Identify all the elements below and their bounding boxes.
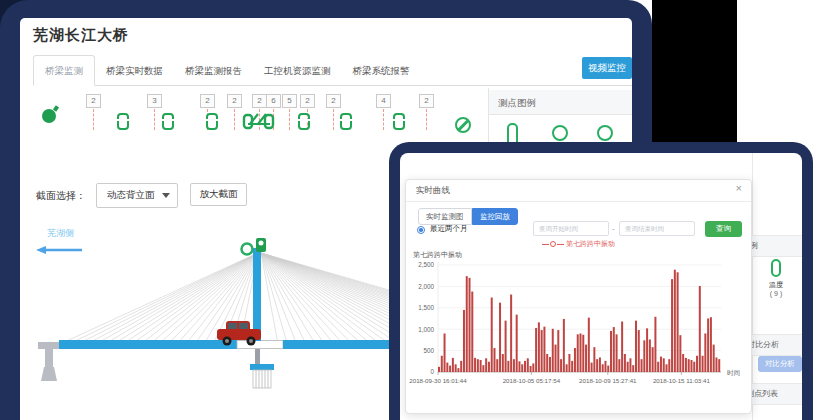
sensor-count-badge: 2 [252, 94, 267, 108]
dialog-titlebar [406, 180, 751, 202]
sensor-count-badge: 2 [200, 94, 215, 108]
bridge-deck-left [59, 340, 237, 349]
link-sensor-icon[interactable] [340, 113, 352, 130]
temperature-legend-item[interactable]: 温度 ( 9 ) [756, 259, 796, 298]
chart-legend: 第七跨跨中振动 [406, 239, 751, 249]
recent-two-months-radio[interactable] [417, 226, 425, 234]
sensor-count-badge: 2 [419, 94, 434, 108]
compare-section-header: 对比分析 [752, 334, 802, 356]
no-entry-sensor-icon[interactable] [455, 117, 471, 133]
sensor-count-badge: 2 [300, 94, 315, 108]
stopwatch-sensor-icon[interactable] [42, 109, 56, 123]
svg-text:2018-09-30 16:01:44: 2018-09-30 16:01:44 [409, 377, 467, 384]
svg-text:1,500: 1,500 [418, 304, 434, 311]
link-sensor-icon[interactable] [206, 113, 218, 130]
enlarge-section-button[interactable]: 放大截面 [190, 183, 247, 206]
sensor-dash-line [333, 109, 334, 130]
link-sensor-icon[interactable] [393, 113, 405, 130]
sensor-dash-line [289, 109, 290, 130]
circle-legend-icon[interactable] [552, 125, 568, 141]
svg-text:时间: 时间 [727, 369, 740, 377]
black-region [652, 0, 737, 143]
point-list-section-header: 测点列表 [752, 383, 802, 405]
legend-panel-header: 测点图例 [489, 90, 632, 115]
sensor-count-badge: 4 [376, 94, 391, 108]
bridge-left-pier [38, 342, 60, 381]
circle-legend-icon[interactable] [597, 125, 613, 141]
close-icon[interactable]: × [736, 183, 742, 194]
bridge-deck-gap [237, 341, 283, 349]
sensor-dash-line [383, 109, 384, 130]
recent-two-months-label: 最近两个月 [430, 224, 468, 234]
link-sensor-icon[interactable] [298, 113, 310, 130]
tab-realtime-data[interactable]: 桥梁实时数据 [95, 56, 174, 85]
video-monitor-button[interactable]: 视频监控 [582, 57, 632, 79]
section-select-value: 动态背立面 [107, 189, 155, 202]
tab-system-alarm[interactable]: 桥梁系统报警 [342, 56, 421, 85]
svg-text:2018-10-05 05:17:54: 2018-10-05 05:17:54 [503, 377, 561, 384]
dialog-window: 测点图例 温度 ( 9 ) 对比分析 对比分析 测点列表 实时曲线 × 实时监测… [400, 153, 802, 420]
sensor-count-badge: 6 [266, 94, 281, 108]
realtime-curve-dialog: 实时曲线 × 实时监测图 监控回放 最近两个月 - 查询 第七跨跨中振动 第七跨… [405, 179, 752, 414]
temperature-label: 温度 [756, 281, 796, 289]
compare-analysis-button[interactable]: 对比分析 [758, 356, 802, 372]
panel-divider [752, 153, 753, 420]
sensor-dash-line [93, 109, 94, 130]
bridge-pier-hatched [253, 370, 271, 388]
legend-marker-icon [542, 244, 549, 245]
svg-text:2018-10-15 11:03:41: 2018-10-15 11:03:41 [653, 377, 711, 384]
legend-panel-header: 测点图例 [752, 235, 802, 257]
svg-text:500: 500 [423, 347, 434, 354]
thermometer-icon [771, 259, 781, 277]
bridge-tower [253, 248, 261, 341]
bridge-gauge-sensor-icon[interactable] [242, 110, 276, 130]
rotation-sensor-icon [242, 244, 253, 255]
tab-ipc-resource[interactable]: 工控机资源监测 [253, 56, 342, 85]
query-button[interactable]: 查询 [705, 221, 742, 237]
arrow-left-icon [36, 246, 82, 254]
tab-bar: 桥梁监测 桥梁实时数据 桥梁监测报告 工控机资源监测 桥梁系统报警 [33, 55, 632, 86]
section-select-dropdown[interactable]: 动态背立面 [96, 183, 178, 208]
legend-marker-icon [550, 241, 556, 247]
svg-text:1,000: 1,000 [418, 326, 434, 333]
query-start-time-input[interactable] [533, 221, 609, 236]
dialog-window-frame: 测点图例 温度 ( 9 ) 对比分析 对比分析 测点列表 实时曲线 × 实时监测… [389, 142, 813, 420]
dialog-title: 实时曲线 [416, 185, 450, 197]
chevron-down-icon [162, 193, 170, 198]
query-end-time-input[interactable] [619, 221, 695, 236]
tilt-sensor-icon [256, 238, 266, 252]
sensor-count-badge: 2 [86, 94, 101, 108]
legend-marker-icon [557, 244, 564, 245]
sensor-count-badge: 5 [282, 94, 297, 108]
svg-text:0: 0 [430, 368, 434, 375]
tab-realtime-chart[interactable]: 实时监测图 [418, 208, 472, 225]
svg-text:2,000: 2,000 [418, 283, 434, 290]
tab-monitor-playback[interactable]: 监控回放 [472, 208, 518, 225]
section-select-label: 截面选择： [36, 189, 86, 203]
link-sensor-icon[interactable] [117, 113, 129, 130]
page-title: 芜湖长江大桥 [33, 26, 129, 45]
sensor-dash-line [426, 109, 427, 130]
tab-monitor-report[interactable]: 桥梁监测报告 [174, 56, 253, 85]
svg-text:2,500: 2,500 [418, 261, 434, 268]
date-range-separator: - [612, 224, 615, 233]
sensor-count-badge: 3 [147, 94, 162, 108]
sensor-dash-line [234, 109, 235, 130]
bridge-side-label: 芜湖侧 [47, 228, 74, 238]
sensor-dash-line [154, 109, 155, 130]
link-sensor-icon[interactable] [162, 113, 174, 130]
vibration-bar-chart: 2,5002,0001,5001,00050002018-09-30 16:01… [406, 258, 751, 410]
sensor-count-badge: 2 [326, 94, 341, 108]
white-region [737, 0, 815, 143]
legend-series-label: 第七跨跨中振动 [566, 240, 615, 247]
tab-bridge-monitor[interactable]: 桥梁监测 [33, 55, 95, 86]
temperature-count: ( 9 ) [756, 289, 796, 298]
svg-text:2018-10-09 15:27:41: 2018-10-09 15:27:41 [579, 377, 637, 384]
sensor-count-badge: 2 [227, 94, 242, 108]
